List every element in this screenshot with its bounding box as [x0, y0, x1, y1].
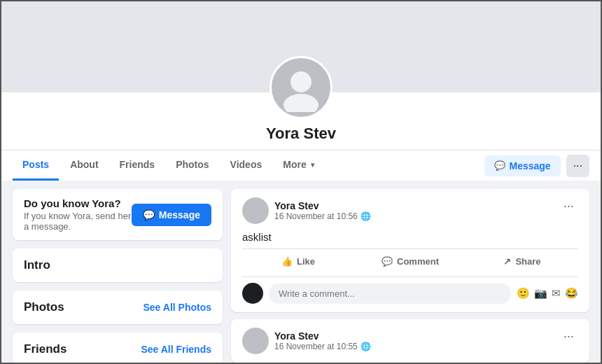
message-button[interactable]: 💬 Message: [484, 155, 561, 176]
avatar: [270, 56, 332, 119]
post-options-2[interactable]: ···: [559, 328, 578, 345]
svg-point-0: [290, 71, 312, 92]
friends-label: Friends: [24, 342, 66, 356]
know-yora-banner: Do you know Yora? If you know Yora, send…: [13, 189, 223, 240]
profile-name: Yora Stev: [1, 125, 601, 143]
banner-subtext: If you know Yora, send her a message.: [24, 211, 132, 232]
comment-avatar-1: [242, 283, 263, 304]
post-username-2[interactable]: Yora Stev: [274, 330, 371, 342]
see-all-friends-link[interactable]: See All Friends: [141, 344, 211, 355]
messenger-icon: 💬: [494, 160, 505, 171]
cover-photo: [1, 1, 601, 92]
share-button-1[interactable]: ↗ Share: [466, 252, 578, 271]
see-all-photos-link[interactable]: See All Photos: [143, 302, 211, 313]
emoji-icon-4[interactable]: 😂: [565, 287, 578, 300]
banner-message-button[interactable]: 💬 Message: [132, 204, 211, 226]
comment-icon: 💬: [382, 256, 393, 267]
svg-point-5: [248, 344, 262, 351]
post-username-1[interactable]: Yora Stev: [274, 200, 371, 211]
emoji-icon-2[interactable]: 📷: [534, 287, 547, 300]
svg-point-2: [251, 204, 260, 213]
like-button-1[interactable]: 👍 Like: [242, 252, 354, 271]
comment-input-1[interactable]: [269, 284, 511, 304]
photos-row: Photos See All Photos: [24, 300, 211, 314]
post-actions-1: 👍 Like 💬 Comment ↗ Share: [242, 248, 578, 271]
post-time-1: 16 November at 10:56 🌐: [274, 211, 371, 221]
post-body-1: asklist: [242, 231, 578, 243]
right-column: Yora Stev 16 November at 10:56 🌐 ··· ask…: [231, 189, 589, 364]
nav-bar: Posts About Friends Photos Videos More ▾…: [1, 150, 601, 181]
emoji-icon-1[interactable]: 🙂: [517, 287, 530, 300]
intro-card: Intro: [13, 248, 223, 282]
post-options-1[interactable]: ···: [559, 197, 578, 215]
banner-text: Do you know Yora? If you know Yora, send…: [24, 197, 132, 232]
nav-tabs: Posts About Friends Photos Videos More ▾: [13, 150, 324, 181]
more-options-button[interactable]: ···: [566, 155, 589, 177]
tab-photos[interactable]: Photos: [166, 150, 218, 181]
post-user-info-2: Yora Stev 16 November at 10:55 🌐: [242, 328, 371, 354]
post-card-1: Yora Stev 16 November at 10:56 🌐 ··· ask…: [231, 189, 589, 312]
post-user-info-1: Yora Stev 16 November at 10:56 🌐: [242, 197, 371, 224]
svg-point-3: [248, 214, 262, 220]
globe-icon-2: 🌐: [360, 342, 371, 351]
post-time-2: 16 November at 10:55 🌐: [274, 342, 371, 351]
tab-more[interactable]: More ▾: [273, 150, 323, 181]
chevron-down-icon: ▾: [311, 161, 314, 169]
tab-friends[interactable]: Friends: [110, 150, 165, 181]
comment-button-1[interactable]: 💬 Comment: [354, 252, 466, 271]
post-avatar-2: [242, 328, 269, 354]
messenger-icon-banner: 💬: [143, 209, 155, 220]
emoji-icon-3[interactable]: ✉: [552, 287, 561, 300]
banner-heading: Do you know Yora?: [24, 197, 132, 209]
post-card-2: Yora Stev 16 November at 10:55 🌐 ···: [231, 319, 589, 363]
comment-emojis-1: 🙂 📷 ✉ 😂: [517, 287, 578, 300]
photos-label: Photos: [24, 300, 64, 314]
share-icon: ↗: [503, 256, 511, 267]
photos-card: Photos See All Photos: [13, 290, 223, 324]
post-avatar-1: [242, 197, 269, 224]
left-column: Do you know Yora? If you know Yora, send…: [13, 189, 223, 364]
friends-card: Friends See All Friends: [13, 332, 223, 364]
friends-row: Friends See All Friends: [24, 342, 211, 356]
svg-point-1: [284, 94, 318, 112]
intro-title: Intro: [24, 258, 211, 272]
tab-posts[interactable]: Posts: [13, 150, 59, 181]
post-user-details-2: Yora Stev 16 November at 10:55 🌐: [274, 330, 371, 351]
svg-point-4: [251, 335, 260, 343]
comment-box-1: 🙂 📷 ✉ 😂: [242, 276, 578, 304]
post-user-details-1: Yora Stev 16 November at 10:56 🌐: [274, 200, 371, 221]
globe-icon-1: 🌐: [360, 211, 371, 221]
like-icon: 👍: [281, 256, 293, 267]
tab-videos[interactable]: Videos: [220, 150, 272, 181]
post-header-1: Yora Stev 16 November at 10:56 🌐 ···: [242, 197, 578, 224]
nav-actions: 💬 Message ···: [484, 155, 590, 177]
main-content: Do you know Yora? If you know Yora, send…: [1, 181, 601, 364]
tab-about[interactable]: About: [60, 150, 108, 181]
